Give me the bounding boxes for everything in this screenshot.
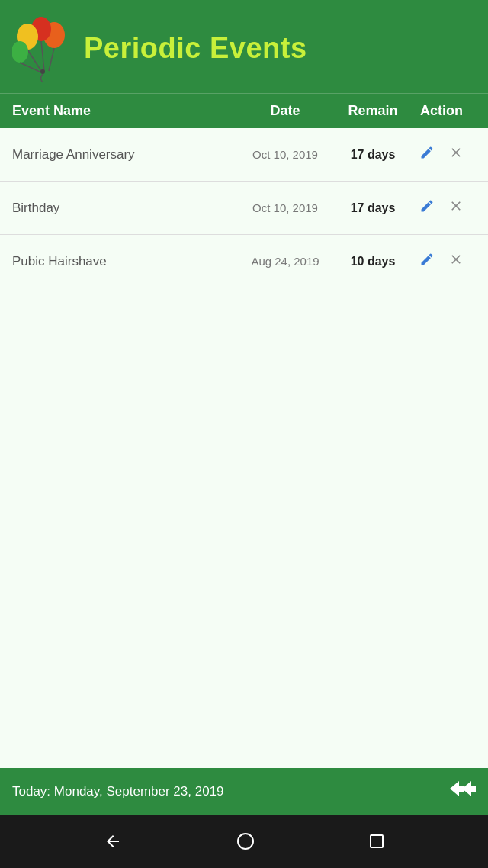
event-action-2 <box>407 195 476 220</box>
svg-line-1 <box>49 48 54 71</box>
svg-rect-10 <box>371 835 383 847</box>
table-row: Marriage Anniversary Oct 10, 2019 17 day… <box>0 128 488 182</box>
android-back-button[interactable] <box>104 832 122 850</box>
table-row: Birthday Oct 10, 2019 17 days <box>0 182 488 235</box>
svg-point-6 <box>12 41 28 63</box>
app-title: Periodic Events <box>84 32 307 65</box>
col-header-date: Date <box>232 103 339 119</box>
edit-button-2[interactable] <box>416 195 438 220</box>
svg-line-5 <box>27 50 41 71</box>
android-home-button[interactable] <box>237 833 254 850</box>
android-navbar <box>0 815 488 868</box>
col-header-remain: Remain <box>339 103 407 119</box>
svg-point-9 <box>238 834 253 849</box>
edit-button-3[interactable] <box>416 249 438 274</box>
app-header: Periodic Events <box>0 0 488 93</box>
delete-button-1[interactable] <box>445 142 467 167</box>
balloons-icon <box>12 14 73 82</box>
delete-button-3[interactable] <box>445 249 467 274</box>
svg-point-8 <box>40 69 45 74</box>
event-remain-1: 17 days <box>339 148 407 162</box>
back-arrow-button[interactable] <box>450 779 476 804</box>
today-label: Today: Monday, September 23, 2019 <box>12 784 224 799</box>
table-row: Pubic Hairshave Aug 24, 2019 10 days <box>0 235 488 288</box>
event-date-2: Oct 10, 2019 <box>232 201 339 214</box>
svg-line-3 <box>41 41 44 71</box>
footer-bar: Today: Monday, September 23, 2019 <box>0 768 488 815</box>
event-action-1 <box>407 142 476 167</box>
event-action-3 <box>407 249 476 274</box>
col-header-action: Action <box>407 103 476 119</box>
event-name-2: Birthday <box>12 201 232 216</box>
table-header: Event Name Date Remain Action <box>0 93 488 128</box>
event-name-3: Pubic Hairshave <box>12 254 232 269</box>
event-date-3: Aug 24, 2019 <box>232 255 339 268</box>
event-date-1: Oct 10, 2019 <box>232 148 339 161</box>
android-recent-button[interactable] <box>369 834 384 849</box>
event-remain-2: 17 days <box>339 201 407 215</box>
event-remain-3: 10 days <box>339 255 407 268</box>
events-table: Marriage Anniversary Oct 10, 2019 17 day… <box>0 128 488 768</box>
event-name-1: Marriage Anniversary <box>12 147 232 162</box>
edit-button-1[interactable] <box>416 142 438 167</box>
delete-button-2[interactable] <box>445 195 467 220</box>
col-header-event-name: Event Name <box>12 103 232 119</box>
